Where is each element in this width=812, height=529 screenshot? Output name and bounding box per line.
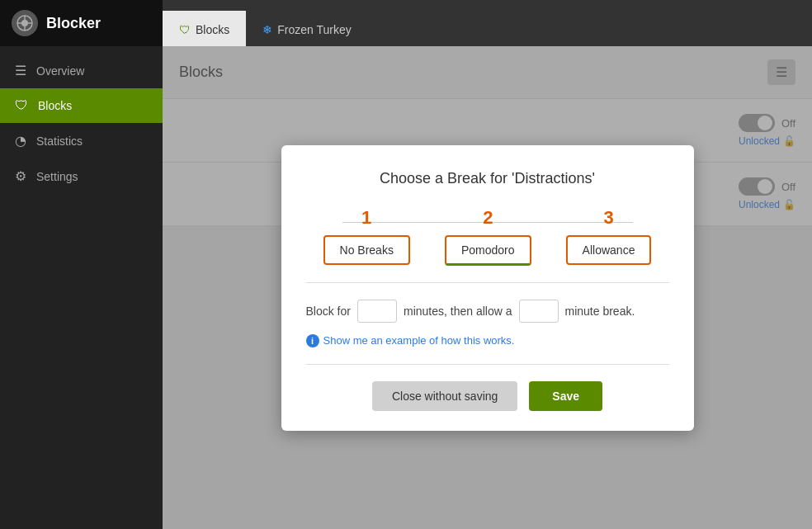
sidebar-item-label-blocks: Blocks: [38, 99, 72, 112]
app-title: Blocker: [46, 15, 101, 32]
sidebar: Blocker ☰ Overview 🛡 Blocks ◔ Statistics…: [0, 0, 163, 529]
sidebar-item-settings[interactable]: ⚙ Settings: [0, 158, 163, 194]
tab-frozen-turkey-label: Frozen Turkey: [277, 23, 351, 36]
content-area: Blocks ☰ Off Unlocked 🔓: [163, 46, 812, 529]
shield-icon: 🛡: [15, 98, 28, 113]
allowance-button[interactable]: Allowance: [566, 235, 652, 265]
block-for-text: Block for: [306, 305, 351, 318]
sidebar-item-blocks[interactable]: 🛡 Blocks: [0, 88, 163, 123]
modal-divider: [306, 282, 669, 283]
modal-footer: Close without saving Save: [306, 381, 669, 411]
block-for-section: Block for minutes, then allow a minute b…: [306, 300, 669, 323]
info-icon: i: [306, 334, 319, 347]
close-without-saving-button[interactable]: Close without saving: [372, 381, 517, 411]
step-2: 2 Pomodoro: [445, 207, 531, 266]
minutes-text: minutes, then allow a: [404, 305, 512, 318]
statistics-icon: ◔: [15, 133, 26, 149]
step-1: 1 No Breaks: [323, 207, 410, 266]
tab-blocks[interactable]: 🛡 Blocks: [163, 11, 246, 46]
main-area: 🛡 Blocks ❄ Frozen Turkey Blocks ☰ Off: [163, 0, 812, 529]
sidebar-item-label-statistics: Statistics: [36, 135, 83, 148]
step-2-number: 2: [483, 207, 493, 229]
step-3-number: 3: [603, 207, 613, 229]
gear-icon: ⚙: [15, 168, 26, 184]
overview-icon: ☰: [15, 63, 26, 78]
minute-break-text: minute break.: [565, 305, 635, 318]
tab-bar: 🛡 Blocks ❄ Frozen Turkey: [163, 0, 812, 46]
steps-container: 1 No Breaks 2 Pomodoro 3 Allowance: [306, 207, 669, 266]
tab-frozen-turkey[interactable]: ❄ Frozen Turkey: [246, 11, 367, 46]
app-logo: [12, 10, 38, 36]
sidebar-nav: ☰ Overview 🛡 Blocks ◔ Statistics ⚙ Setti…: [0, 46, 163, 194]
snowflake-icon: ❄: [262, 23, 272, 36]
modal-overlay: Choose a Break for 'Distractions' 1 No B…: [163, 46, 812, 529]
modal-divider-2: [306, 364, 669, 365]
step-3: 3 Allowance: [566, 207, 652, 266]
sidebar-header: Blocker: [0, 0, 163, 46]
modal-title: Choose a Break for 'Distractions': [306, 170, 669, 187]
sidebar-item-overview[interactable]: ☰ Overview: [0, 53, 163, 88]
save-button[interactable]: Save: [529, 381, 602, 411]
tab-blocks-label: Blocks: [196, 23, 229, 36]
sidebar-item-label-settings: Settings: [36, 170, 78, 183]
shield-tab-icon: 🛡: [179, 23, 191, 36]
info-link[interactable]: i Show me an example of how this works.: [306, 334, 669, 347]
pomodoro-button[interactable]: Pomodoro: [445, 235, 531, 266]
modal: Choose a Break for 'Distractions' 1 No B…: [281, 145, 694, 431]
info-link-text: Show me an example of how this works.: [323, 334, 515, 347]
no-breaks-button[interactable]: No Breaks: [323, 235, 410, 265]
block-minutes-input[interactable]: [357, 300, 397, 323]
step-1-number: 1: [361, 207, 371, 229]
sidebar-item-label-overview: Overview: [36, 64, 84, 78]
sidebar-item-statistics[interactable]: ◔ Statistics: [0, 123, 163, 158]
break-minutes-input[interactable]: [519, 300, 559, 323]
